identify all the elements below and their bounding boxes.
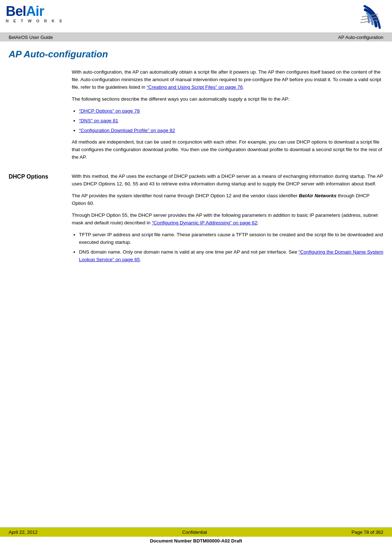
bullet-dns: “DNS” on page 81 — [79, 117, 383, 125]
footer-doc-number: Document Number BDTM00000-A02 Draft — [0, 537, 392, 545]
section-banner: BelAirOS User Guide AP Auto-configuratio… — [0, 33, 392, 41]
main-content: AP Auto-configuration With auto-configur… — [0, 41, 392, 311]
intro-bullet-list: “DHCP Options” on page 78 “DNS” on page … — [79, 107, 383, 135]
belair-networks-text: BelAir Networks — [299, 193, 336, 198]
dhcp-section-body: With this method, the AP uses the exchan… — [72, 173, 383, 268]
logo-area: BelAir N E T W O R K S — [6, 4, 64, 23]
intro-paragraph-2: The following sections describe the diff… — [72, 96, 383, 103]
logo-bel: Bel — [6, 4, 26, 18]
bullet-dhcp: “DHCP Options” on page 78 — [79, 107, 383, 115]
dhcp-section: DHCP Options With this method, the AP us… — [9, 173, 383, 268]
dynamic-ip-link[interactable]: “Configuring Dynamic IP Addressing” on p… — [152, 220, 257, 225]
footer-top: April 22, 2012 Confidential Page 78 of 3… — [0, 528, 392, 537]
dhcp-label-text: DHCP Options — [9, 173, 48, 180]
header-brand-icon — [351, 4, 383, 30]
bullet-config-download: “Configuration Download Profile” on page… — [79, 127, 383, 135]
intro-paragraph-1: With auto-configuration, the AP can auto… — [72, 69, 383, 91]
footer-confidential: Confidential — [182, 529, 207, 535]
intro-section-label — [9, 69, 72, 166]
page-footer: April 22, 2012 Confidential Page 78 of 3… — [0, 527, 392, 545]
footer-date: April 22, 2012 — [9, 529, 38, 535]
page-header: BelAir N E T W O R K S — [0, 0, 392, 33]
config-download-link[interactable]: “Configuration Download Profile” on page… — [79, 128, 175, 133]
banner-right: AP Auto-configuration — [338, 35, 383, 40]
intro-section: With auto-configuration, the AP can auto… — [9, 69, 383, 166]
banner-left: BelAirOS User Guide — [9, 35, 53, 40]
dhcp-paragraph-3: Through DHCP Option 55, the DHCP server … — [72, 212, 383, 227]
dhcp-bullet-tftp: TFTP server IP address and script file n… — [79, 231, 383, 246]
brand-icon-svg — [351, 4, 383, 30]
dhcp-section-label: DHCP Options — [9, 173, 72, 268]
dhcp-paragraph-2: The AP provides the system identifier ho… — [72, 192, 383, 207]
logo-air: Air — [26, 4, 44, 18]
page-title: AP Auto-configuration — [9, 49, 383, 60]
dns-lookup-link[interactable]: “Configuring the Domain Name System Look… — [79, 249, 383, 262]
intro-section-body: With auto-configuration, the AP can auto… — [72, 69, 383, 166]
dhcp-options-link[interactable]: “DHCP Options” on page 78 — [79, 108, 140, 114]
dhcp-bullet-list: TFTP server IP address and script file n… — [79, 231, 383, 264]
footer-doc-text: Document Number BDTM00000-A02 Draft — [150, 538, 242, 544]
logo-networks: N E T W O R K S — [6, 19, 64, 23]
creating-scripts-link[interactable]: “Creating and Using Script Files” on pag… — [147, 84, 243, 90]
dhcp-paragraph-1: With this method, the AP uses the exchan… — [72, 173, 383, 188]
intro-paragraph-3: All methods are independent, but can be … — [72, 139, 383, 161]
dns-link[interactable]: “DNS” on page 81 — [79, 118, 118, 123]
footer-page: Page 78 of 362 — [352, 529, 383, 535]
dhcp-bullet-dns: DNS domain name. Only one domain name is… — [79, 249, 383, 264]
